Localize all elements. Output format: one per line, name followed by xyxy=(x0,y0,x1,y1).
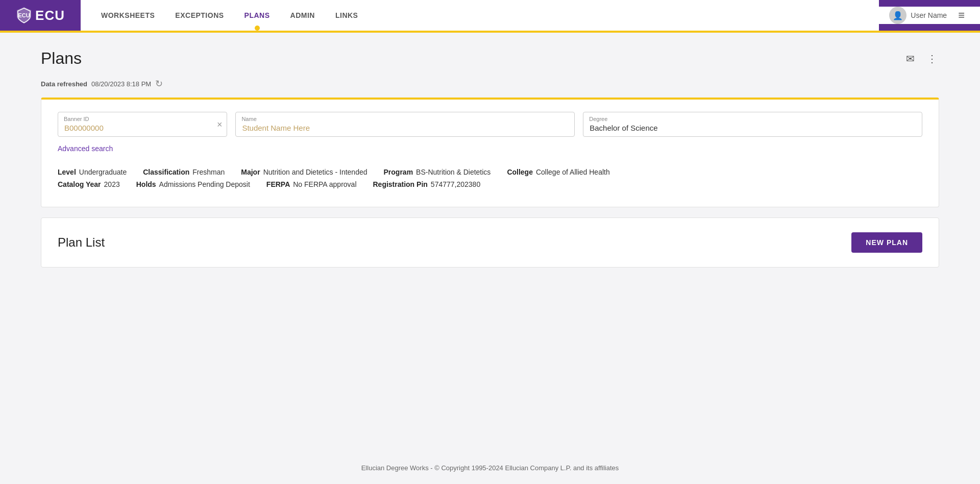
brand-name: ECU xyxy=(35,8,65,23)
email-button[interactable]: ✉ xyxy=(904,51,917,67)
footer-text: Ellucian Degree Works - © Copyright 1995… xyxy=(361,464,619,472)
data-refreshed-datetime: 08/20/2023 8:18 PM xyxy=(91,80,151,88)
search-fields-row: Banner ID × Name Degree xyxy=(58,112,922,137)
holds-label: Holds xyxy=(136,180,156,188)
user-avatar[interactable]: 👤 User Name xyxy=(889,7,947,24)
banner-id-label: Banner ID xyxy=(64,116,89,122)
page-title: Plans xyxy=(41,49,82,68)
student-info-grid: Level Undergraduate Classification Fresh… xyxy=(58,168,922,188)
catalog-year-label: Catalog Year xyxy=(58,180,101,188)
shield-icon: ECU xyxy=(16,6,32,25)
level-label: Level xyxy=(58,168,76,176)
program-label: Program xyxy=(384,168,413,176)
nav-links[interactable]: LINKS xyxy=(325,0,369,31)
data-refreshed-label: Data refreshed xyxy=(41,80,87,88)
nav-exceptions[interactable]: EXCEPTIONS xyxy=(165,0,234,31)
info-row-2: Catalog Year 2023 Holds Admissions Pendi… xyxy=(58,180,922,188)
nav-plans[interactable]: PLANS xyxy=(234,0,280,31)
ferpa-label: FERPA xyxy=(266,180,290,188)
nav-admin[interactable]: ADMIN xyxy=(280,0,325,31)
hamburger-button[interactable]: ≡ xyxy=(953,9,970,22)
registration-pin-value: 574777,202380 xyxy=(431,180,480,188)
college-value: College of Allied Health xyxy=(536,168,610,176)
name-group: Name xyxy=(235,112,575,137)
classification-value: Freshman xyxy=(192,168,225,176)
degree-label: Degree xyxy=(589,116,607,122)
holds-value: Admissions Pending Deposit xyxy=(159,180,250,188)
major-value: Nutrition and Dietetics - Intended xyxy=(263,168,368,176)
avatar-circle: 👤 xyxy=(889,7,906,24)
name-input[interactable] xyxy=(235,112,575,137)
svg-text:ECU: ECU xyxy=(18,12,30,18)
plan-list-title: Plan List xyxy=(58,235,105,250)
plan-list-header: Plan List NEW PLAN xyxy=(58,232,922,253)
advanced-search-link[interactable]: Advanced search xyxy=(58,144,113,153)
main-nav: WORKSHEETS EXCEPTIONS PLANS ADMIN LINKS xyxy=(81,0,879,31)
logo[interactable]: ECU ECU xyxy=(0,0,81,31)
major-label: Major xyxy=(241,168,260,176)
program-value: BS-Nutrition & Dietetics xyxy=(416,168,491,176)
level-value: Undergraduate xyxy=(79,168,127,176)
new-plan-button[interactable]: NEW PLAN xyxy=(851,232,922,253)
refresh-button[interactable]: ↻ xyxy=(155,78,163,89)
data-refreshed-row: Data refreshed 08/20/2023 8:18 PM ↻ xyxy=(41,78,939,89)
info-row-1: Level Undergraduate Classification Fresh… xyxy=(58,168,922,176)
catalog-year-value: 2023 xyxy=(104,180,120,188)
more-options-button[interactable]: ⋮ xyxy=(925,51,939,67)
footer: Ellucian Degree Works - © Copyright 1995… xyxy=(0,452,980,484)
user-icon: 👤 xyxy=(893,11,903,20)
registration-pin-label: Registration Pin xyxy=(373,180,428,188)
classification-label: Classification xyxy=(143,168,189,176)
student-card: Banner ID × Name Degree Advanced search … xyxy=(41,98,939,207)
main-content: Plans ✉ ⋮ Data refreshed 08/20/2023 8:18… xyxy=(0,33,980,284)
plan-list-card: Plan List NEW PLAN xyxy=(41,217,939,268)
nav-worksheets[interactable]: WORKSHEETS xyxy=(91,0,165,31)
header-right: 👤 User Name ≡ xyxy=(879,7,980,24)
user-name: User Name xyxy=(911,11,947,19)
ferpa-value: No FERPA approval xyxy=(293,180,356,188)
page-title-row: Plans ✉ ⋮ xyxy=(41,49,939,68)
degree-group: Degree xyxy=(583,112,922,137)
page-actions: ✉ ⋮ xyxy=(904,51,939,67)
banner-id-group: Banner ID × xyxy=(58,112,227,137)
college-label: College xyxy=(507,168,533,176)
clear-banner-id-button[interactable]: × xyxy=(217,119,223,130)
degree-input[interactable] xyxy=(583,112,922,137)
name-label: Name xyxy=(241,116,256,122)
